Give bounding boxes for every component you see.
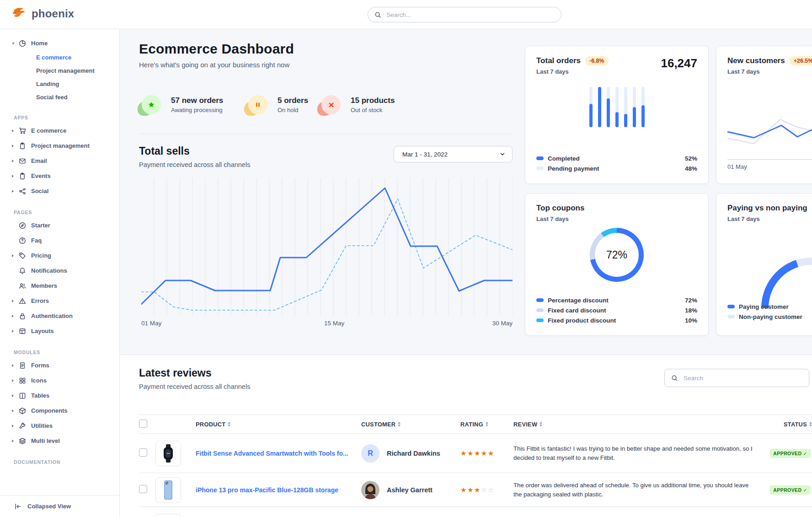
product-image-smartwatch [155,441,181,466]
stat-sublabel: On hold [278,107,308,113]
sidebar-item-components[interactable]: Components [0,403,119,418]
row-checkbox[interactable] [139,485,147,493]
sidebar-item-notifications[interactable]: Notifications [0,263,119,278]
select-all-checkbox[interactable] [139,420,147,428]
pie-chart-icon [18,39,27,48]
sidebar-subitem-landing[interactable]: Landing [0,77,119,91]
sidebar-item-errors[interactable]: Errors [0,293,119,308]
order-bar [607,87,610,127]
sidebar-item-social[interactable]: Social [0,183,119,199]
stat-awating-processing: 57 new ordersAwating processing [142,95,223,114]
sidebar-item-authentication[interactable]: Authentication [0,308,119,323]
review-row: Fitbit Sense Advanced Smartwatch with To… [139,434,812,473]
reviews-search[interactable] [664,369,809,387]
column-header-status[interactable]: STATUS [763,421,812,428]
x-icon [321,95,341,114]
collapse-left-icon [14,502,22,511]
sidebar-item-utilities[interactable]: Utilities [0,418,119,433]
order-bar [598,87,601,127]
sidebar-section-modules: MODULES [14,350,119,355]
total-orders-legend: Completed52%Pending payment48% [536,153,697,173]
legend-item-pending-payment: Pending payment48% [536,163,697,173]
sidebar-item-label: E commerce [31,127,66,134]
sidebar-item-starter[interactable]: Starter [0,218,119,233]
caret-right-icon [12,129,18,132]
sidebar-item-faq[interactable]: Faq [0,233,119,248]
caret-right-icon [12,440,18,442]
sidebar-item-layouts[interactable]: Layouts [0,323,119,339]
caret-right-icon [12,330,18,333]
caret-right-icon [12,300,18,302]
section-divider [139,134,513,134]
column-header-label: PRODUCT [196,421,225,428]
new-customers-change-badge: +26.5% [790,56,812,65]
caret-right-icon [12,364,18,367]
global-search[interactable] [368,7,561,22]
global-search-input[interactable] [385,11,558,19]
sidebar-item-project-management[interactable]: Project management [0,138,119,153]
pause-icon [248,95,267,114]
sidebar-item-label: Events [31,172,51,179]
paying-card: Paying vs non paying Last 7 days Paying … [716,193,812,336]
sidebar-item-events[interactable]: Events [0,168,119,183]
sidebar-item-label: Multi level [31,437,60,444]
caret-right-icon [12,190,18,193]
sidebar-item-members[interactable]: Members [0,278,119,293]
column-header-rating[interactable]: RATING [460,421,513,428]
column-header-review[interactable]: REVIEW [513,421,763,428]
top-coupons-legend: Percentage discount72%Fixed card discoun… [536,295,697,325]
sidebar-subitem-e-commerce[interactable]: E commerce [0,51,119,64]
product-image-phone [155,477,181,503]
date-range-select[interactable]: Mar 1 - 31, 2022 [394,146,513,162]
new-customers-title: New customers [727,56,785,65]
collapsed-view-toggle[interactable]: Collapsed View [0,495,119,517]
customer-name: Richard Dawkins [387,450,440,457]
paying-title: Paying vs non paying [727,204,807,213]
brand-logo[interactable]: phoenix [12,6,74,22]
product-link[interactable]: Fitbit Sense Advanced Smartwatch with To… [196,450,361,457]
row-checkbox[interactable] [139,448,147,457]
x-axis-label: 01 May [141,320,161,327]
caret-right-icon [12,254,18,257]
collapsed-view-label: Collapsed View [27,503,71,510]
column-header-customer[interactable]: CUSTOMER [361,421,460,428]
sidebar-item-icons[interactable]: Icons [0,373,119,388]
page-title: Ecommerce Dashboard [139,41,513,57]
sidebar-item-tables[interactable]: Tables [0,388,119,403]
product-image-cell [155,477,196,503]
legend-label: Non-paying customer [739,313,802,320]
review-text: This Fitbit is fantastic! I was trying t… [513,444,763,463]
share-icon [18,187,27,195]
reviews-search-input[interactable] [683,374,802,382]
sidebar-subitem-project-management[interactable]: Project management [0,64,119,77]
legend-value: 10% [685,317,697,324]
file-text-icon [18,361,27,370]
caret-right-icon [12,315,18,318]
sidebar-item-pricing[interactable]: Pricing [0,248,119,263]
legend-item-paying-customer: Paying customer [727,302,802,312]
product-image-laptop [155,514,181,517]
stat-text: 15 productsOut of stock [351,96,395,113]
sidebar-item-label: Authentication [31,312,73,319]
new-customers-card: New customers +26.5% Last 7 days 01 May [716,46,812,184]
product-link[interactable]: iPhone 13 pro max-Pacific Blue-128GB sto… [196,486,361,494]
sidebar-item-label: Members [31,282,57,289]
sidebar-item-multi-level[interactable]: Multi level [0,433,119,448]
total-orders-card: Total orders -6.8% Last 7 days 16,247 Co… [525,46,709,184]
sidebar-item-e-commerce[interactable]: E commerce [0,123,119,138]
column-header-product[interactable]: PRODUCT [196,421,361,428]
sidebar-item-label: Notifications [31,267,67,274]
grid-icon [18,377,27,385]
sidebar-item-home[interactable]: Home [0,36,119,51]
caret-right-icon [12,160,18,162]
sidebar-item-email[interactable]: Email [0,153,119,168]
x-axis-label: 30 May [492,320,513,327]
top-coupons-period: Last 7 days [536,215,584,222]
search-icon [671,375,678,382]
status-cell: APPROVED ✓ [763,485,812,495]
sidebar-item-forms[interactable]: Forms [0,358,119,373]
layout-icon [18,327,27,335]
stat-value: 15 products [351,96,395,105]
sidebar-subitem-social-feed[interactable]: Social feed [0,91,119,104]
row-checkbox-cell [139,485,155,495]
